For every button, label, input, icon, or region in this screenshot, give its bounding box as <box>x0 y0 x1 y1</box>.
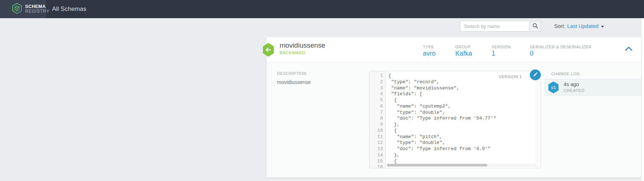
line-text: }, <box>386 122 400 128</box>
meta-serializer-value: 0 <box>530 50 592 57</box>
description-text: movidiussense <box>277 79 311 85</box>
code-line: 7 "type": "double", <box>369 110 541 116</box>
code-line: 10 { <box>369 128 541 134</box>
line-text: "type": "double", <box>386 140 445 146</box>
code-line: 9 }, <box>369 122 541 128</box>
app-header: SCHEMA REGISTRY All Schemas <box>0 0 644 18</box>
line-text: "type": "record", <box>386 79 439 85</box>
sort-label: Sort: <box>554 23 565 29</box>
chevron-up-icon <box>625 47 632 52</box>
schema-card-header[interactable]: movidiussense BACKWARD TYPE avro GROUP K… <box>267 37 641 63</box>
line-text: "type": "double", <box>386 110 445 116</box>
changelog-title: CHANGE LOG <box>551 72 580 76</box>
collapse-card-button[interactable] <box>625 47 632 52</box>
changelog-entry[interactable]: v1 4s ago CREATED <box>544 79 641 96</box>
line-number: 12 <box>369 140 386 146</box>
line-number: 3 <box>369 85 386 92</box>
code-lines: 1{2 "type": "record",3 "name": "movidius… <box>369 71 541 168</box>
meta-version: VERSION 1 <box>492 45 511 57</box>
meta-group-label: GROUP <box>455 45 472 49</box>
line-text: "fields": [ <box>386 91 423 97</box>
meta-version-value: 1 <box>492 50 511 57</box>
meta-group: GROUP Kafka <box>455 45 472 57</box>
schema-card-body: DESCRIPTION movidiussense 1{2 "type": "r… <box>267 63 641 177</box>
app-logo[interactable]: SCHEMA REGISTRY <box>0 0 46 18</box>
editor-version-label: VERSION 1 <box>499 75 522 79</box>
logo-text-line2: REGISTRY <box>25 9 49 14</box>
line-number: 7 <box>369 110 386 116</box>
sort-control: Sort: Last Updated <box>554 21 604 32</box>
code-line: 3 "name": "movidiussense", <box>369 85 541 92</box>
page-scrollbar[interactable] <box>641 18 644 181</box>
changelog-action: CREATED <box>564 88 585 93</box>
line-text: { <box>386 97 397 104</box>
line-text: "doc": "Type inferred from '4.0'" <box>386 146 491 152</box>
line-number: 5 <box>369 97 386 104</box>
line-number: 11 <box>369 134 386 140</box>
line-text: { <box>386 128 397 134</box>
schema-name: movidiussense <box>280 41 325 49</box>
meta-version-label: VERSION <box>492 45 511 49</box>
meta-serializer: SERIALIZER & DESERIALIZER 0 <box>530 45 592 57</box>
meta-group-value: Kafka <box>455 50 472 57</box>
search-button[interactable] <box>529 21 541 32</box>
page-title: All Schemas <box>52 0 86 18</box>
line-number: 10 <box>369 128 386 134</box>
line-text: "name": "cputemp2", <box>386 104 451 110</box>
line-number: 14 <box>369 152 386 158</box>
description-label: DESCRIPTION <box>277 71 307 76</box>
code-line: 13 "doc": "Type inferred from '4.0'" <box>369 146 541 152</box>
meta-type-value: avro <box>423 50 436 57</box>
line-number: 15 <box>369 158 386 165</box>
schema-badge-icon <box>263 43 274 57</box>
compatibility-badge: BACKWARD <box>280 51 325 55</box>
line-text: }, <box>386 152 400 158</box>
changelog-time: 4s ago <box>564 81 585 87</box>
code-line: 8 "doc": "Type inferred from '54.77'" <box>369 116 541 122</box>
schema-code-editor[interactable]: 1{2 "type": "record",3 "name": "movidius… <box>369 71 541 168</box>
changelog-panel: CHANGE LOG v1 4s ago CREATED <box>544 63 641 177</box>
code-line: 4 "fields": [ <box>369 91 541 97</box>
line-text: "name": "movidiussense", <box>386 85 459 92</box>
search-input[interactable] <box>460 21 529 32</box>
sort-value-dropdown[interactable]: Last Updated <box>567 23 599 29</box>
line-number: 9 <box>369 122 386 128</box>
code-line: 6 "name": "cputemp2", <box>369 104 541 110</box>
line-number: 6 <box>369 104 386 110</box>
search-icon <box>532 23 538 30</box>
pencil-icon <box>533 72 538 78</box>
code-line: 2 "type": "record", <box>369 79 541 85</box>
line-number: 13 <box>369 146 386 152</box>
schema-card: movidiussense BACKWARD TYPE avro GROUP K… <box>267 37 641 177</box>
meta-serializer-label: SERIALIZER & DESERIALIZER <box>530 45 592 49</box>
line-number: 1 <box>369 73 386 79</box>
code-line: 11 "name": "pitch", <box>369 134 541 140</box>
edit-schema-button[interactable] <box>530 69 541 80</box>
line-number: 16 <box>369 164 386 168</box>
code-line: 12 "type": "double", <box>369 140 541 146</box>
code-editor-viewport: 1{2 "type": "record",3 "name": "movidius… <box>369 71 541 168</box>
editor-vertical-scrollbar[interactable] <box>536 71 541 168</box>
line-number: 2 <box>369 79 386 85</box>
line-number: 8 <box>369 116 386 122</box>
line-text: "doc": "Type inferred from '54.77'" <box>386 116 496 122</box>
version-badge-icon: v1 <box>548 81 559 93</box>
code-line: 5 { <box>369 97 541 104</box>
schema-registry-logo-icon <box>12 3 22 15</box>
scrollbar-thumb[interactable] <box>387 164 487 166</box>
meta-type-label: TYPE <box>423 45 436 49</box>
caret-down-icon[interactable] <box>601 26 604 28</box>
line-number: 4 <box>369 91 386 97</box>
line-text: { <box>386 73 391 79</box>
code-line: 14 }, <box>369 152 541 158</box>
meta-type: TYPE avro <box>423 45 436 57</box>
editor-horizontal-scrollbar[interactable] <box>386 164 536 167</box>
line-text: "name": "pitch", <box>386 134 442 140</box>
